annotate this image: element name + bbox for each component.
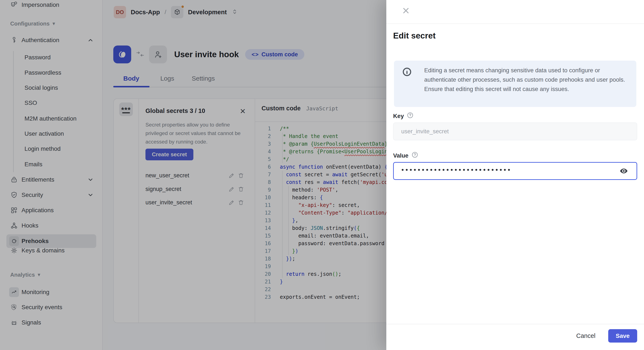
key-label: Key xyxy=(393,112,414,120)
reveal-eye-icon[interactable] xyxy=(619,166,629,176)
save-button[interactable]: Save xyxy=(608,329,637,343)
value-label: Value xyxy=(393,151,418,160)
info-text: Editing a secret means changing sensitiv… xyxy=(424,66,633,94)
drawer-footer: Cancel Save xyxy=(576,329,637,343)
value-field[interactable]: ••••••••••••••••••••••••••• xyxy=(393,162,637,180)
app-root: Impersonation Configurations ▾ Authentic… xyxy=(0,0,644,350)
drawer-header-divider xyxy=(386,23,644,24)
help-circle-icon[interactable] xyxy=(407,112,414,120)
key-field: user_invite_secret xyxy=(393,123,637,140)
drawer-footer-divider xyxy=(386,324,644,324)
edit-secret-drawer: Edit secret Editing a secret means chang… xyxy=(386,0,644,350)
drawer-title: Edit secret xyxy=(393,31,436,40)
info-callout: Editing a secret means changing sensitiv… xyxy=(394,61,636,107)
help-circle-icon[interactable] xyxy=(412,151,418,160)
cancel-button[interactable]: Cancel xyxy=(576,332,596,339)
key-field-value: user_invite_secret xyxy=(401,128,449,135)
close-drawer-icon[interactable] xyxy=(400,5,412,16)
modal-overlay[interactable] xyxy=(0,0,386,350)
info-icon xyxy=(402,67,412,78)
